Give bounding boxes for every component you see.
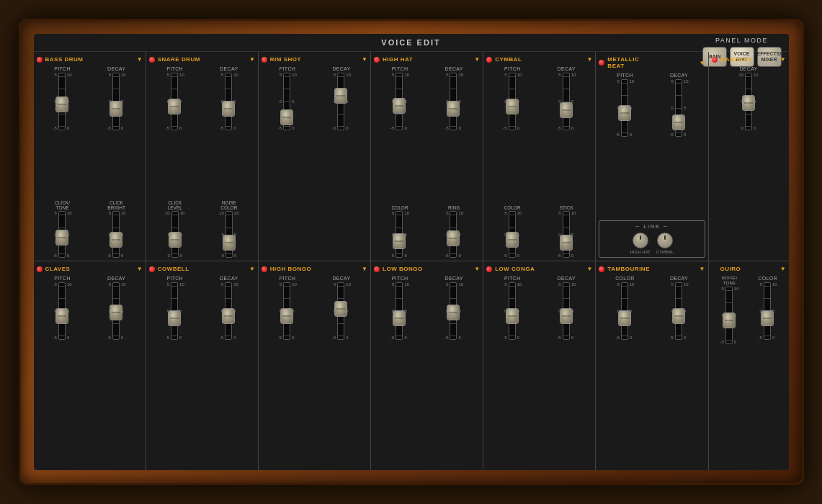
- tamb-color-knob[interactable]: [618, 310, 631, 326]
- guiro-color-fader[interactable]: [764, 282, 771, 340]
- hh-pitch-fader[interactable]: [396, 73, 403, 130]
- lc-decay-fader[interactable]: [563, 282, 570, 340]
- claves-decay-fader[interactable]: [112, 282, 120, 340]
- cowbell-pitch-knob[interactable]: [168, 310, 181, 326]
- metallic-beat-dropdown[interactable]: ▼: [700, 60, 705, 66]
- mb-decay-fader[interactable]: [675, 79, 682, 137]
- hh-color-fader[interactable]: [396, 211, 403, 258]
- guiro-dropdown[interactable]: ▼: [780, 266, 786, 272]
- mb-pitch-knob[interactable]: [618, 105, 631, 121]
- mb-pitch-fader[interactable]: [621, 79, 628, 137]
- claves-pitch-knob[interactable]: [55, 308, 68, 324]
- tamb-decay-knob[interactable]: [672, 308, 685, 324]
- lc-pitch-fader[interactable]: [509, 282, 516, 340]
- guiro-tone-fader[interactable]: [725, 287, 733, 344]
- lb-pitch-knob[interactable]: [393, 310, 406, 326]
- cowbell-decay-fader[interactable]: [225, 282, 232, 340]
- maracas-dropdown[interactable]: ▼: [780, 56, 786, 63]
- snare-noise-color-knob[interactable]: [223, 235, 236, 251]
- guiro-color-knob[interactable]: [761, 310, 774, 326]
- cymbal-decay-knob[interactable]: [560, 102, 573, 118]
- top-row: BASS DRUM ▼ PITCH 50-5: [34, 52, 789, 261]
- hb-decay-fader[interactable]: [337, 282, 344, 340]
- snare-drum-dropdown[interactable]: ▼: [249, 56, 255, 63]
- bass-drum-decay-fader[interactable]: [112, 73, 120, 130]
- hb-pitch-knob[interactable]: [280, 308, 293, 324]
- rim-pitch-fader[interactable]: [283, 73, 290, 130]
- cymbal-decay-fader[interactable]: [563, 73, 570, 130]
- bass-drum-click-bright-fader[interactable]: [112, 211, 120, 258]
- claves-pitch-fader[interactable]: [58, 282, 66, 340]
- low-bongo-led: [374, 266, 380, 272]
- bass-drum-pitch-knob[interactable]: [55, 96, 68, 112]
- snare-pitch-knob[interactable]: [168, 99, 181, 114]
- lc-decay-knob[interactable]: [560, 308, 573, 324]
- main-content: BASS DRUM ▼ PITCH 50-5: [34, 52, 789, 470]
- cowbell-decay-knob[interactable]: [222, 308, 235, 324]
- hh-decay-knob[interactable]: [447, 101, 460, 117]
- hh-color-knob[interactable]: [393, 233, 406, 249]
- cymbal-stick-fader[interactable]: [563, 211, 570, 258]
- snare-pitch-fader[interactable]: [171, 73, 178, 130]
- channel-low-bongo: LOW BONGO ▼ PITCH 50-5: [371, 261, 483, 470]
- rim-shot-dropdown[interactable]: ▼: [362, 56, 367, 63]
- bass-drum-click-bright-knob[interactable]: [110, 232, 122, 248]
- hh-decay-fader[interactable]: [450, 73, 457, 130]
- link-highhat-knob[interactable]: [633, 233, 648, 248]
- snare-decay-group: DECAY 50-5 1050: [203, 66, 255, 130]
- high-hat-dropdown[interactable]: ▼: [474, 56, 480, 63]
- hh-ring-knob[interactable]: [447, 230, 460, 246]
- high-bongo-dropdown[interactable]: ▼: [362, 266, 367, 272]
- bass-drum-dropdown[interactable]: ▼: [137, 56, 143, 63]
- link-cymbal-knob[interactable]: [657, 233, 673, 248]
- maracas-name: MARACAS: [720, 56, 777, 63]
- tamb-decay-fader[interactable]: [675, 282, 682, 340]
- hb-pitch-fader[interactable]: [283, 282, 290, 340]
- cymbal-color-fader[interactable]: [509, 211, 516, 258]
- outer-frame: VOICE EDIT PANEL MODE MAIN VOICEEDIT EFF…: [19, 19, 804, 485]
- low-conga-dropdown[interactable]: ▼: [586, 266, 592, 272]
- lb-decay-fader[interactable]: [450, 282, 457, 340]
- bass-drum-click-tone-group: CLICK/TONE 50-5 1050: [37, 200, 89, 258]
- bass-drum-pitch-fader[interactable]: [58, 73, 66, 130]
- hh-pitch-knob[interactable]: [393, 98, 406, 114]
- maracas-decay-knob[interactable]: [742, 95, 755, 111]
- snare-decay-fader[interactable]: [225, 73, 232, 130]
- low-bongo-dropdown[interactable]: ▼: [474, 266, 480, 272]
- snare-decay-knob[interactable]: [222, 101, 235, 117]
- bass-drum-decay-knob[interactable]: [110, 101, 122, 117]
- claves-decay-group: DECAY 50-5 1050: [91, 276, 143, 340]
- snare-click-level-fader[interactable]: [171, 211, 179, 258]
- tamb-color-fader[interactable]: [621, 282, 628, 340]
- rim-pitch-group: PITCH 50-5 1050: [262, 66, 313, 130]
- claves-decay-knob[interactable]: [110, 305, 122, 320]
- cowbell-pitch-fader[interactable]: [171, 282, 178, 340]
- high-hat-header: HIGH HAT ▼: [374, 56, 480, 63]
- mb-decay-knob[interactable]: [672, 114, 685, 130]
- bass-drum-click-tone-fader[interactable]: [58, 211, 66, 258]
- lc-pitch-knob[interactable]: [506, 308, 519, 324]
- cowbell-dropdown[interactable]: ▼: [249, 266, 255, 272]
- cymbal-stick-knob[interactable]: [560, 235, 573, 251]
- snare-click-level-knob[interactable]: [169, 232, 182, 248]
- rim-decay-fader[interactable]: [337, 73, 344, 130]
- hb-decay-knob[interactable]: [334, 301, 347, 317]
- claves-dropdown[interactable]: ▼: [137, 266, 143, 272]
- cymbal-pitch-knob[interactable]: [506, 99, 519, 114]
- snare-noise-color-fader[interactable]: [225, 211, 233, 258]
- cymbal-pitch-fader[interactable]: [509, 73, 516, 130]
- hh-ring-fader[interactable]: [450, 211, 457, 258]
- channel-metallic-beat: METALLICBEAT ▼ PITCH 50-5: [596, 52, 708, 261]
- rim-pitch-knob[interactable]: [280, 109, 293, 125]
- guiro-tone-knob[interactable]: [723, 312, 736, 328]
- tambourine-dropdown[interactable]: ▼: [700, 266, 705, 272]
- cymbal-color-knob[interactable]: [506, 232, 519, 248]
- lb-pitch-fader[interactable]: [396, 282, 403, 340]
- cymbal-dropdown[interactable]: ▼: [586, 56, 592, 63]
- maracas-decay-fader[interactable]: [745, 73, 752, 130]
- lb-decay-knob[interactable]: [447, 305, 460, 320]
- channel-high-hat: HIGH HAT ▼ PITCH 50-5: [371, 52, 483, 261]
- rim-decay-knob[interactable]: [334, 88, 347, 104]
- lc-pitch-group: PITCH 50-5 1050: [486, 276, 538, 340]
- bass-drum-click-tone-knob[interactable]: [55, 230, 68, 246]
